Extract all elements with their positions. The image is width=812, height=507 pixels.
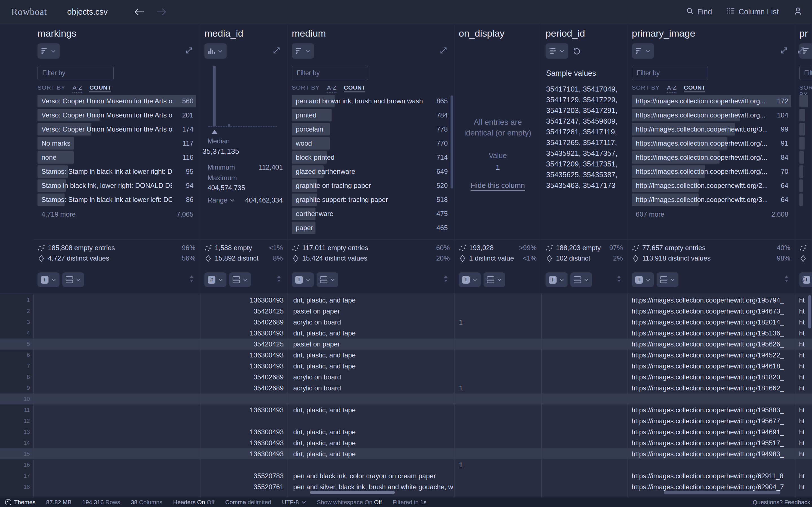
- type-button-medium[interactable]: T: [292, 272, 314, 287]
- list-item[interactable]: graphite on tracing paper520: [292, 179, 451, 192]
- list-item[interactable]: Stamps: Stamp in black ink at lower left…: [38, 193, 196, 206]
- table-row[interactable]: 935402689acrylic on board1https://images…: [0, 383, 812, 393]
- table-row[interactable]: 12https://images.collection.cooperhewitt…: [0, 415, 812, 427]
- app-logo[interactable]: Rowboat: [11, 6, 47, 17]
- list-item[interactable]: pen and brown ink, brush and brown wash8…: [292, 95, 451, 107]
- list-scrollbar-thumb[interactable]: [451, 96, 453, 188]
- statusbar-item[interactable]: Show whitespace On Off: [317, 499, 382, 506]
- table-row[interactable]: 235420425pastel on paperhttps://images.c…: [0, 305, 812, 317]
- list-item[interactable]: printed784: [292, 109, 451, 121]
- forward-arrow-icon[interactable]: [156, 8, 167, 16]
- filter-input-primary_image[interactable]: [632, 66, 708, 80]
- statusbar-item[interactable]: Headers On Off: [173, 499, 214, 506]
- table-row[interactable]: 15136300493dirt, plastic, and tapehttps:…: [0, 448, 812, 459]
- list-item[interactable]: https://: [799, 151, 808, 164]
- table-row[interactable]: 161: [0, 459, 812, 470]
- vertical-scrollbar-thumb[interactable]: [808, 295, 811, 328]
- list-item[interactable]: paper465: [292, 222, 451, 234]
- table-row[interactable]: 14136300493dirt, plastic, and tapehttps:…: [0, 438, 812, 448]
- find-button[interactable]: Find: [686, 7, 712, 17]
- list-item[interactable]: http://: [799, 193, 808, 206]
- list-item[interactable]: https://: [799, 137, 808, 150]
- hide-column-link[interactable]: Hide this column: [455, 181, 541, 190]
- display-button-media_id[interactable]: [229, 272, 251, 287]
- table-row[interactable]: 11136300493dirt, plastic, and tapehttps:…: [0, 404, 812, 415]
- list-item[interactable]: http://images.collection.cooperhewitt.or…: [632, 123, 791, 135]
- list-item[interactable]: https://: [799, 95, 808, 107]
- display-button-period_id[interactable]: [570, 272, 592, 287]
- column-type-menu-primary_image[interactable]: [632, 43, 654, 59]
- list-item[interactable]: Stamps: Stamp in black ink at lower righ…: [38, 165, 196, 178]
- list-item[interactable]: earthenware475: [292, 208, 451, 220]
- list-item[interactable]: https://: [799, 123, 808, 135]
- sort-az-option[interactable]: A-Z: [667, 84, 676, 93]
- list-item[interactable]: http://: [799, 179, 808, 192]
- table-row[interactable]: 7136300493dirt, plastic, and tapehttps:/…: [0, 360, 812, 372]
- list-item[interactable]: porcelain778: [292, 123, 451, 135]
- statusbar-item[interactable]: UTF-8: [282, 499, 306, 506]
- list-item[interactable]: https://: [799, 109, 808, 121]
- horizontal-scrollbar-thumb-secondary[interactable]: [664, 491, 780, 494]
- column-type-menu-period_id[interactable]: [546, 43, 568, 59]
- statusbar-item[interactable]: 87.82 MB: [46, 499, 71, 506]
- display-button-markings[interactable]: [62, 272, 84, 287]
- column-type-menu-markings[interactable]: [38, 43, 60, 59]
- list-item[interactable]: https://images.collection.cooperhewitt.o…: [632, 95, 791, 107]
- list-item[interactable]: https://images.collection.cooperhewitt.o…: [632, 165, 791, 178]
- expand-button-pr[interactable]: [797, 46, 806, 56]
- list-item[interactable]: Verso: Cooper Union Museum for the Arts …: [38, 109, 196, 121]
- list-item[interactable]: Stamp in black ink, lower right: DONALD …: [38, 179, 196, 192]
- feedback-link[interactable]: Questions? Feedback: [753, 497, 810, 507]
- more-row-pr[interactable]: 607 more: [799, 208, 808, 220]
- more-row-markings[interactable]: 4,719 more7,065: [38, 208, 196, 220]
- column-sort-arrows-media_id[interactable]: [277, 275, 281, 283]
- filter-input-pr[interactable]: [799, 66, 812, 80]
- table-row[interactable]: 835402689acrylic on boardhttps://images.…: [0, 372, 812, 383]
- sort-count-option[interactable]: COUNT: [89, 84, 111, 93]
- expand-button-media_id[interactable]: [272, 46, 281, 56]
- statusbar-item[interactable]: 38 Columns: [131, 499, 162, 506]
- type-button-period_id[interactable]: T: [546, 272, 567, 287]
- list-item[interactable]: https://images.collection.cooperhewitt.o…: [632, 151, 791, 164]
- column-sort-arrows-primary_image[interactable]: [784, 275, 789, 283]
- display-button-primary_image[interactable]: [657, 272, 678, 287]
- sort-az-option[interactable]: A-Z: [327, 84, 336, 93]
- table-row[interactable]: 535420425pastel on paperhttps://images.c…: [0, 339, 812, 349]
- statusbar-item[interactable]: Filtered in 1s: [393, 499, 426, 506]
- list-item[interactable]: graphite support: tracing paper518: [292, 193, 451, 206]
- sort-count-option[interactable]: COUNT: [344, 84, 365, 93]
- list-item[interactable]: none116: [38, 151, 196, 164]
- list-item[interactable]: Verso: Cooper Union Museum for the Arts …: [38, 95, 196, 107]
- list-item[interactable]: Verso: Cooper Union Museum for the Arts …: [38, 123, 196, 135]
- table-row[interactable]: 335402689acrylic on board1https://images…: [0, 317, 812, 328]
- table-row[interactable]: 4136300493dirt, plastic, and tapehttps:/…: [0, 328, 812, 339]
- table-row[interactable]: 13136300493dirt, plastic, and tapehttps:…: [0, 427, 812, 438]
- statusbar-item[interactable]: 194,316 Rows: [82, 499, 120, 506]
- column-sort-arrows-period_id[interactable]: [617, 275, 621, 283]
- list-item[interactable]: block-printed714: [292, 151, 451, 164]
- column-type-menu-medium[interactable]: [292, 43, 314, 59]
- statusbar-item[interactable]: Comma delimited: [225, 499, 271, 506]
- list-item[interactable]: https://: [799, 165, 808, 178]
- list-item[interactable]: No marks117: [38, 137, 196, 150]
- list-item[interactable]: wood770: [292, 137, 451, 150]
- filter-input-markings[interactable]: [38, 66, 114, 80]
- account-button[interactable]: [794, 6, 802, 17]
- display-button-on_display[interactable]: [484, 272, 505, 287]
- expand-button-markings[interactable]: [185, 46, 194, 56]
- list-item[interactable]: http://images.collection.cooperhewitt.or…: [632, 179, 791, 192]
- column-sort-arrows-medium[interactable]: [444, 275, 448, 283]
- type-button-primary_image[interactable]: T: [632, 272, 654, 287]
- sort-az-option[interactable]: A-Z: [72, 84, 82, 93]
- expand-button-primary_image[interactable]: [779, 46, 789, 56]
- more-row-primary_image[interactable]: 607 more2,608: [632, 208, 791, 220]
- table-row[interactable]: 6136300493dirt, plastic, and tapehttps:/…: [0, 349, 812, 360]
- type-button-media_id[interactable]: #: [204, 272, 226, 287]
- display-button-medium[interactable]: [317, 272, 338, 287]
- table-row[interactable]: 1136300493dirt, plastic, and tapehttps:/…: [0, 295, 812, 305]
- table-row[interactable]: 10: [0, 393, 812, 404]
- list-item[interactable]: https://images.collection.cooperhewitt.o…: [632, 137, 791, 150]
- list-item[interactable]: glazed earthenware649: [292, 165, 451, 178]
- horizontal-scrollbar-thumb[interactable]: [310, 491, 395, 494]
- list-item[interactable]: http://images.collection.cooperhewitt.or…: [632, 193, 791, 206]
